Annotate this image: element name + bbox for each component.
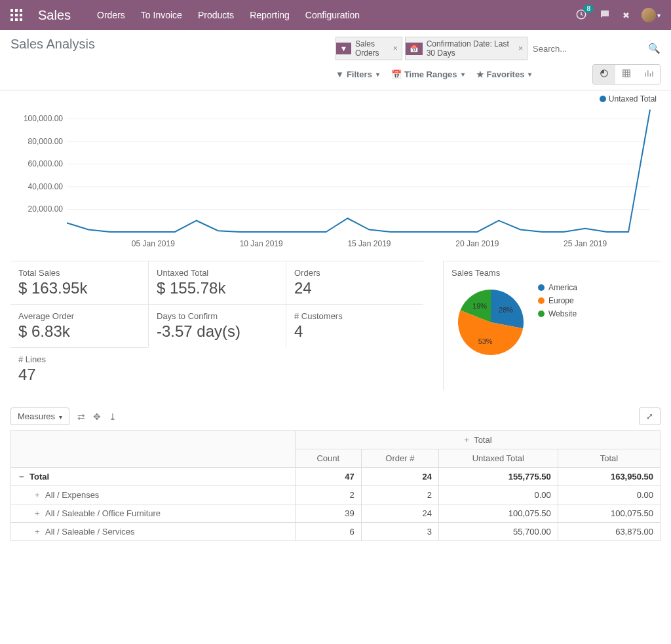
search-row: ▼ Sales Orders × 📅 Confirmation Date: La… (336, 37, 661, 60)
calendar-icon: 📅 (406, 43, 423, 55)
pivot-row-header[interactable]: +All / Saleable / Office Furniture (11, 504, 296, 523)
legend-dot (600, 96, 606, 102)
pivot-top-header[interactable]: +Total (295, 431, 660, 449)
line-chart: Untaxed Total 20,000.0040,000.0060,000.0… (10, 94, 661, 258)
pivot-cell: 100,075.50 (438, 504, 558, 523)
svg-text:20,000.00: 20,000.00 (28, 204, 64, 214)
download-icon[interactable]: ⤓ (109, 411, 117, 422)
pivot-table: +Total CountOrder #Untaxed TotalTotal −T… (10, 430, 661, 541)
clock-icon[interactable]: 8 (575, 9, 587, 22)
pivot-row-header[interactable]: −Total (11, 468, 296, 486)
flip-axis-icon[interactable]: ⇄ (77, 411, 85, 422)
pivot-cell: 39 (295, 504, 361, 523)
svg-text:15 Jan 2019: 15 Jan 2019 (347, 239, 391, 248)
expand-all-icon[interactable]: ✥ (93, 411, 101, 422)
facet-confirmation-date[interactable]: 📅 Confirmation Date: Last 30 Days × (405, 37, 527, 60)
pivot-cell: 63,875.00 (558, 523, 660, 541)
pie-legend-item[interactable]: Europe (538, 296, 577, 305)
chat-icon[interactable] (599, 9, 611, 22)
pivot-col-header[interactable]: Count (295, 449, 361, 468)
svg-text:10 Jan 2019: 10 Jan 2019 (240, 239, 283, 248)
svg-text:05 Jan 2019: 05 Jan 2019 (132, 239, 175, 248)
avatar (642, 8, 656, 22)
kpi-untaxed-total[interactable]: Untaxed Total$ 155.78k (148, 261, 286, 304)
svg-text:80,000.00: 80,000.00 (28, 137, 64, 146)
svg-text:25 Jan 2019: 25 Jan 2019 (564, 239, 607, 248)
pie-chart: 28%53%19% (451, 283, 530, 362)
pie-legend-item[interactable]: America (538, 283, 577, 292)
pivot-view-button[interactable] (615, 65, 638, 84)
kpi-row: Total Sales$ 163.95k Untaxed Total$ 155.… (10, 261, 661, 390)
pivot-cell: 6 (295, 523, 361, 541)
graph-view-button[interactable] (638, 65, 660, 84)
svg-rect-2 (623, 70, 630, 77)
kpi-lines[interactable]: # Lines47 (10, 347, 148, 390)
pivot-cell: 24 (361, 468, 438, 486)
chevron-down-icon: ▾ (657, 12, 661, 19)
pivot-cell: 55,700.00 (438, 523, 558, 541)
nav-links: Orders To Invoice Products Reporting Con… (97, 10, 575, 20)
pivot-cell: 163,950.50 (558, 468, 660, 486)
pivot-col-header[interactable]: Order # (361, 449, 438, 468)
page-title: Sales Analysis (10, 37, 336, 52)
search-icon[interactable]: 🔍 (648, 43, 661, 54)
pivot-col-header[interactable]: Total (558, 449, 660, 468)
filters-button[interactable]: ▼ Filters ▾ (336, 69, 379, 79)
view-switch (592, 64, 661, 85)
pie-legend: AmericaEuropeWebsite (538, 283, 577, 322)
kpi-days-confirm[interactable]: Days to Confirm-3.57 day(s) (148, 304, 286, 347)
svg-text:100,000.00: 100,000.00 (24, 114, 63, 123)
user-menu[interactable]: ▾ (642, 8, 661, 22)
pivot-cell: 0.00 (558, 486, 660, 504)
kpi-customers[interactable]: # Customers4 (286, 304, 423, 347)
svg-text:19%: 19% (472, 302, 487, 310)
nav-reporting[interactable]: Reporting (250, 10, 290, 20)
wrench-icon[interactable]: ✖ (623, 10, 630, 20)
filter-icon: ▼ (336, 43, 351, 54)
nav-products[interactable]: Products (198, 10, 234, 20)
apps-icon[interactable] (10, 9, 22, 21)
fullscreen-icon[interactable]: ⤢ (639, 407, 661, 425)
close-icon[interactable]: × (389, 42, 402, 55)
pivot-cell: 155,775.50 (438, 468, 558, 486)
pivot-controls: Measures ▾ ⇄ ✥ ⤓ ⤢ (0, 401, 671, 430)
kpi-total-sales[interactable]: Total Sales$ 163.95k (10, 261, 148, 304)
sales-teams-panel: Sales Teams 28%53%19% AmericaEuropeWebsi… (443, 261, 661, 390)
topbar-right: 8 ✖ ▾ (575, 8, 661, 22)
svg-text:60,000.00: 60,000.00 (28, 159, 64, 168)
svg-text:28%: 28% (499, 306, 513, 314)
pivot-cell: 3 (361, 523, 438, 541)
brand[interactable]: Sales (38, 8, 71, 23)
search-input[interactable] (530, 41, 645, 56)
close-icon[interactable]: × (514, 42, 527, 55)
pivot-col-header[interactable]: Untaxed Total (438, 449, 558, 468)
pie-legend-item[interactable]: Website (538, 309, 577, 318)
topbar: Sales Orders To Invoice Products Reporti… (0, 0, 671, 30)
pivot-cell: 2 (295, 486, 361, 504)
pivot-cell: 100,075.50 (558, 504, 660, 523)
measures-button[interactable]: Measures ▾ (10, 407, 69, 425)
dashboard: Untaxed Total 20,000.0040,000.0060,000.0… (0, 90, 671, 401)
pivot-cell: 47 (295, 468, 361, 486)
dashboard-view-button[interactable] (593, 65, 615, 84)
facet-sales-orders[interactable]: ▼ Sales Orders × (336, 37, 402, 60)
nav-configuration[interactable]: Configuration (305, 10, 360, 20)
legend-label: Untaxed Total (609, 94, 657, 104)
favorites-button[interactable]: ★ Favorites ▾ (476, 69, 532, 79)
chart-legend: Untaxed Total (600, 94, 657, 104)
svg-text:40,000.00: 40,000.00 (28, 182, 64, 191)
nav-orders[interactable]: Orders (97, 10, 125, 20)
pivot-row-header[interactable]: +All / Saleable / Services (11, 523, 296, 541)
filter-row: ▼ Filters ▾ 📅 Time Ranges ▾ ★ Favorites … (336, 64, 661, 85)
pivot-cell: 24 (361, 504, 438, 523)
kpi-orders[interactable]: Orders24 (286, 261, 423, 304)
pivot-row-header[interactable]: +All / Expenses (11, 486, 296, 504)
time-ranges-button[interactable]: 📅 Time Ranges ▾ (391, 69, 465, 79)
chart-svg: 20,000.0040,000.0060,000.0080,000.00100,… (10, 94, 661, 252)
sales-teams-title: Sales Teams (451, 268, 653, 278)
control-panel: Sales Analysis ▼ Sales Orders × 📅 Confir… (0, 30, 671, 90)
kpi-average-order[interactable]: Average Order$ 6.83k (10, 304, 148, 347)
nav-to-invoice[interactable]: To Invoice (141, 10, 182, 20)
pivot-cell: 0.00 (438, 486, 558, 504)
svg-text:53%: 53% (478, 337, 493, 345)
